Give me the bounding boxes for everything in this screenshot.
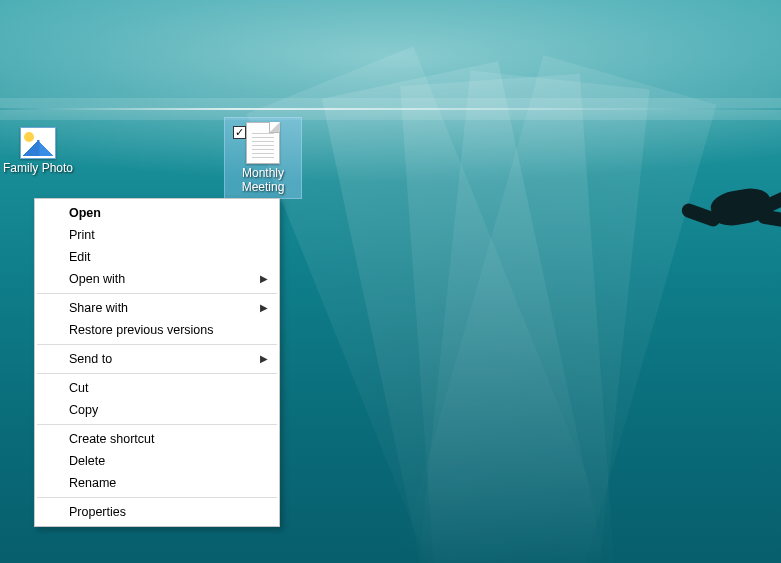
menu-item-rename[interactable]: Rename [36, 472, 278, 494]
menu-item-restore-previous-versions[interactable]: Restore previous versions [36, 319, 278, 341]
wallpaper-lightray [397, 71, 649, 563]
menu-item-create-shortcut[interactable]: Create shortcut [36, 428, 278, 450]
desktop-icon-family-photo[interactable]: Family Photo [0, 123, 76, 175]
menu-separator [37, 373, 277, 374]
menu-item-share-with[interactable]: Share with ▶ [36, 297, 278, 319]
menu-item-label: Cut [69, 381, 88, 395]
menu-item-label: Open [69, 206, 101, 220]
menu-item-label: Rename [69, 476, 116, 490]
wallpaper-diver [671, 160, 781, 250]
menu-item-label: Share with [69, 301, 128, 315]
menu-separator [37, 293, 277, 294]
menu-item-edit[interactable]: Edit [36, 246, 278, 268]
menu-separator [37, 497, 277, 498]
menu-item-label: Edit [69, 250, 91, 264]
text-file-icon [246, 122, 280, 164]
menu-item-delete[interactable]: Delete [36, 450, 278, 472]
menu-item-properties[interactable]: Properties [36, 501, 278, 523]
submenu-arrow-icon: ▶ [260, 272, 268, 286]
menu-item-copy[interactable]: Copy [36, 399, 278, 421]
menu-item-open-with[interactable]: Open with ▶ [36, 268, 278, 290]
menu-item-label: Open with [69, 272, 125, 286]
submenu-arrow-icon: ▶ [260, 301, 268, 315]
wallpaper-lightray [400, 74, 628, 563]
menu-item-label: Copy [69, 403, 98, 417]
wallpaper-waterline [0, 108, 781, 110]
menu-item-label: Print [69, 228, 95, 242]
context-menu: Open Print Edit Open with ▶ Share with ▶… [34, 198, 280, 527]
wallpaper-lightray [247, 46, 676, 563]
menu-item-open[interactable]: Open [36, 202, 278, 224]
selection-checkbox-icon[interactable]: ✓ [233, 126, 246, 139]
menu-item-cut[interactable]: Cut [36, 377, 278, 399]
menu-item-label: Properties [69, 505, 126, 519]
menu-item-send-to[interactable]: Send to ▶ [36, 348, 278, 370]
menu-separator [37, 344, 277, 345]
image-file-icon [20, 127, 56, 159]
menu-item-print[interactable]: Print [36, 224, 278, 246]
menu-item-label: Create shortcut [69, 432, 154, 446]
wallpaper-lightray [322, 61, 644, 563]
desktop-icon-monthly-meeting[interactable]: ✓ Monthly Meeting [225, 118, 301, 198]
menu-item-label: Restore previous versions [69, 323, 214, 337]
desktop-icon-label: Family Photo [0, 161, 76, 175]
menu-item-label: Delete [69, 454, 105, 468]
menu-item-label: Send to [69, 352, 112, 366]
wallpaper-lightray [351, 55, 717, 563]
menu-separator [37, 424, 277, 425]
desktop-icon-label: Monthly Meeting [225, 166, 301, 194]
submenu-arrow-icon: ▶ [260, 352, 268, 366]
